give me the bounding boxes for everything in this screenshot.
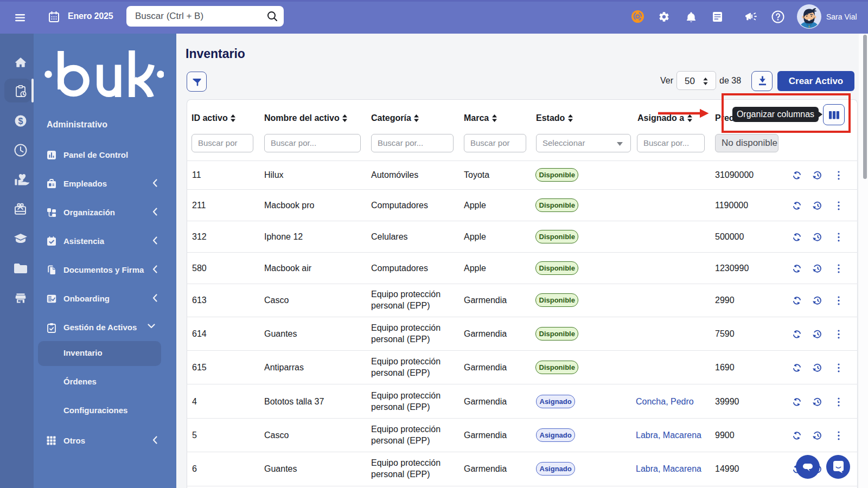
svg-text:$: $: [18, 117, 23, 126]
